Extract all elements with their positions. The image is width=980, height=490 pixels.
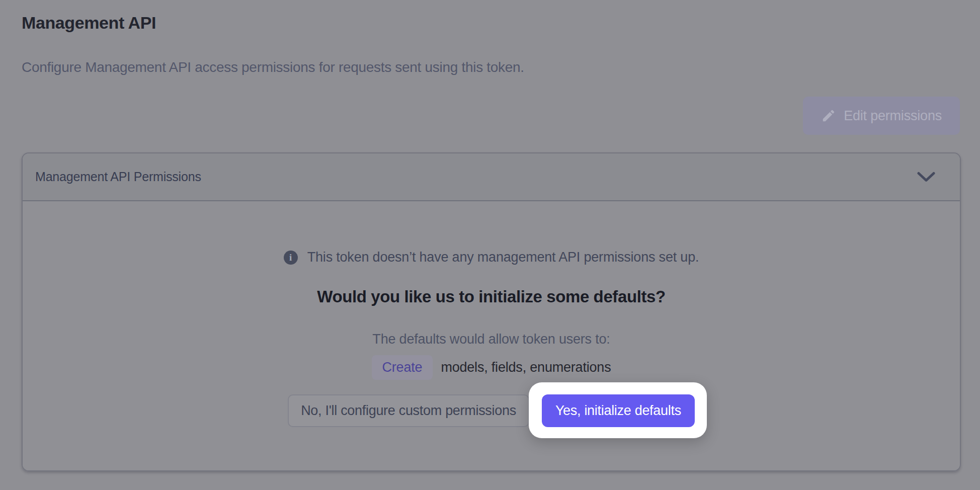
pencil-icon — [821, 108, 836, 123]
create-permission-badge: Create — [372, 355, 433, 380]
confirm-wrap: Yes, initialize defaults — [542, 394, 695, 427]
decline-defaults-button[interactable]: No, I'll configure custom permissions — [288, 394, 529, 427]
permissions-accordion-header[interactable]: Management API Permissions — [23, 153, 960, 201]
panel-title: Management API Permissions — [35, 170, 201, 184]
confirm-defaults-button[interactable]: Yes, initialize defaults — [542, 394, 695, 427]
page-title: Management API — [22, 13, 156, 33]
choice-buttons-row: No, I'll configure custom permissions Ye… — [288, 394, 695, 427]
panel-body: i This token doesn’t have any management… — [23, 201, 960, 470]
defaults-intro: The defaults would allow token users to: — [372, 332, 610, 347]
default-permission-row: Create models, fields, enumerations — [372, 355, 611, 380]
page-subtitle: Configure Management API access permissi… — [22, 59, 524, 75]
management-api-page: Management API Configure Management API … — [0, 0, 980, 490]
edit-permissions-button[interactable]: Edit permissions — [803, 97, 960, 135]
info-icon: i — [284, 251, 298, 265]
info-row: i This token doesn’t have any management… — [284, 250, 699, 265]
info-text: This token doesn’t have any management A… — [307, 250, 699, 265]
chevron-down-icon[interactable] — [917, 172, 936, 183]
permission-items-text: models, fields, enumerations — [441, 360, 611, 375]
defaults-question: Would you like us to initialize some def… — [317, 287, 665, 306]
edit-permissions-label: Edit permissions — [844, 108, 942, 124]
permissions-panel: Management API Permissions i This token … — [22, 152, 961, 471]
